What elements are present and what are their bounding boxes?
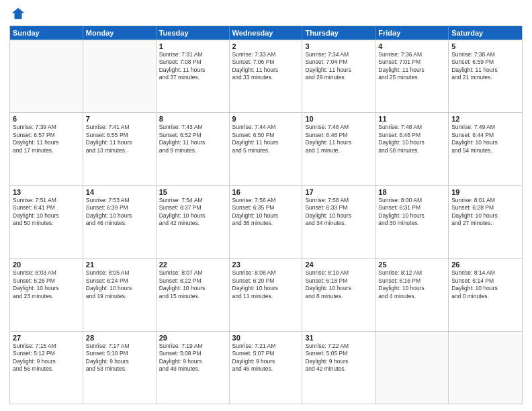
- calendar-row-0: 1Sunrise: 7:31 AMSunset: 7:08 PMDaylight…: [10, 40, 522, 112]
- day-cell-28: 28Sunrise: 7:17 AMSunset: 5:10 PMDayligh…: [83, 332, 157, 404]
- cell-line: Sunset: 6:28 PM: [451, 204, 519, 212]
- day-cell-10: 10Sunrise: 7:46 AMSunset: 6:48 PMDayligh…: [302, 113, 375, 185]
- cell-line: Sunrise: 8:07 AM: [159, 269, 226, 277]
- day-cell-18: 18Sunrise: 8:00 AMSunset: 6:31 PMDayligh…: [375, 186, 449, 258]
- cell-line: Sunrise: 7:44 AM: [232, 124, 300, 131]
- day-number: 15: [159, 188, 226, 196]
- day-cell-27: 27Sunrise: 7:15 AMSunset: 5:12 PMDayligh…: [10, 332, 83, 404]
- cell-line: Sunrise: 7:41 AM: [86, 124, 153, 131]
- cell-line: Daylight: 10 hours: [13, 285, 80, 292]
- cell-line: Sunset: 6:33 PM: [305, 204, 372, 212]
- day-number: 16: [232, 188, 300, 196]
- cell-line: Sunrise: 7:21 AM: [232, 342, 300, 350]
- cell-line: Daylight: 11 hours: [159, 139, 226, 146]
- day-number: 1: [159, 42, 226, 50]
- cell-line: and 33 minutes.: [232, 74, 300, 81]
- cell-line: Sunset: 6:26 PM: [13, 277, 80, 285]
- day-cell-8: 8Sunrise: 7:43 AMSunset: 6:52 PMDaylight…: [157, 113, 230, 185]
- cell-line: and 42 minutes.: [305, 365, 372, 373]
- cell-line: and 19 minutes.: [86, 293, 153, 300]
- day-number: 13: [13, 188, 80, 196]
- day-cell-30: 30Sunrise: 7:21 AMSunset: 5:07 PMDayligh…: [230, 332, 303, 404]
- day-cell-6: 6Sunrise: 7:39 AMSunset: 6:57 PMDaylight…: [10, 113, 83, 185]
- cell-line: Sunrise: 8:00 AM: [378, 197, 445, 204]
- cell-line: Sunrise: 7:19 AM: [159, 342, 226, 350]
- cell-line: Sunrise: 7:17 AM: [86, 342, 153, 350]
- cell-line: Daylight: 10 hours: [451, 139, 519, 146]
- cell-line: Daylight: 11 hours: [305, 139, 372, 146]
- cell-line: Sunset: 5:07 PM: [232, 350, 300, 357]
- day-number: 23: [232, 261, 300, 269]
- day-number: 29: [159, 334, 226, 342]
- cell-line: Sunset: 6:44 PM: [451, 132, 519, 139]
- weekday-header-monday: Monday: [83, 26, 157, 40]
- day-cell-25: 25Sunrise: 8:12 AMSunset: 6:16 PMDayligh…: [375, 259, 449, 330]
- cell-line: Daylight: 10 hours: [305, 212, 372, 220]
- cell-line: Sunset: 6:14 PM: [451, 277, 519, 285]
- cell-line: and 9 minutes.: [159, 147, 226, 154]
- day-number: 12: [451, 115, 519, 123]
- cell-line: Sunset: 6:16 PM: [378, 277, 445, 285]
- day-number: 17: [305, 188, 372, 196]
- cell-line: Daylight: 11 hours: [305, 66, 372, 74]
- cell-line: Daylight: 10 hours: [86, 285, 153, 292]
- day-cell-4: 4Sunrise: 7:36 AMSunset: 7:01 PMDaylight…: [375, 40, 449, 112]
- calendar-row-1: 6Sunrise: 7:39 AMSunset: 6:57 PMDaylight…: [10, 112, 522, 185]
- day-number: 24: [305, 261, 372, 269]
- day-cell-14: 14Sunrise: 7:53 AMSunset: 6:39 PMDayligh…: [83, 186, 157, 258]
- cell-line: Daylight: 10 hours: [451, 285, 519, 292]
- logo-icon: [11, 7, 26, 21]
- cell-line: Daylight: 9 hours: [159, 358, 226, 365]
- calendar-header: SundayMondayTuesdayWednesdayThursdayFrid…: [10, 26, 522, 40]
- cell-line: Sunset: 6:57 PM: [13, 132, 80, 139]
- calendar-row-3: 20Sunrise: 8:03 AMSunset: 6:26 PMDayligh…: [10, 258, 522, 330]
- cell-line: Sunrise: 7:53 AM: [86, 197, 153, 204]
- cell-line: Daylight: 11 hours: [13, 139, 80, 146]
- cell-line: and 21 minutes.: [451, 74, 519, 81]
- cell-line: Sunset: 6:41 PM: [13, 204, 80, 212]
- day-number: 25: [378, 261, 445, 269]
- cell-line: Daylight: 11 hours: [378, 66, 445, 74]
- day-cell-1: 1Sunrise: 7:31 AMSunset: 7:08 PMDaylight…: [157, 40, 230, 112]
- cell-line: Daylight: 10 hours: [378, 139, 445, 146]
- calendar-row-2: 13Sunrise: 7:51 AMSunset: 6:41 PMDayligh…: [10, 185, 522, 258]
- cell-line: and 49 minutes.: [159, 365, 226, 373]
- day-cell-12: 12Sunrise: 7:49 AMSunset: 6:44 PMDayligh…: [449, 113, 522, 185]
- weekday-header-sunday: Sunday: [10, 26, 83, 40]
- cell-line: and 38 minutes.: [232, 220, 300, 227]
- cell-line: Sunrise: 7:38 AM: [451, 51, 519, 58]
- day-cell-23: 23Sunrise: 8:08 AMSunset: 6:20 PMDayligh…: [230, 259, 303, 330]
- cell-line: Sunrise: 7:36 AM: [378, 51, 445, 58]
- day-cell-20: 20Sunrise: 8:03 AMSunset: 6:26 PMDayligh…: [10, 259, 83, 330]
- cell-line: Sunrise: 8:03 AM: [13, 269, 80, 277]
- cell-line: and 8 minutes.: [305, 293, 372, 300]
- day-number: 21: [86, 261, 153, 269]
- cell-line: Sunrise: 7:31 AM: [159, 51, 226, 58]
- cell-line: Sunrise: 8:10 AM: [305, 269, 372, 277]
- day-cell-26: 26Sunrise: 8:14 AMSunset: 6:14 PMDayligh…: [449, 259, 522, 330]
- calendar: SundayMondayTuesdayWednesdayThursdayFrid…: [9, 26, 523, 404]
- day-cell-2: 2Sunrise: 7:33 AMSunset: 7:06 PMDaylight…: [230, 40, 303, 112]
- cell-line: and 15 minutes.: [159, 293, 226, 300]
- cell-line: Sunrise: 8:14 AM: [451, 269, 519, 277]
- cell-line: Daylight: 11 hours: [159, 66, 226, 74]
- day-cell-11: 11Sunrise: 7:48 AMSunset: 6:46 PMDayligh…: [375, 113, 449, 185]
- cell-line: Sunrise: 7:54 AM: [159, 197, 226, 204]
- cell-line: Sunrise: 7:34 AM: [305, 51, 372, 58]
- cell-line: Sunset: 7:06 PM: [232, 58, 300, 66]
- day-number: 18: [378, 188, 445, 196]
- day-number: 7: [86, 115, 153, 123]
- cell-line: Sunset: 6:18 PM: [305, 277, 372, 285]
- cell-line: Sunset: 6:35 PM: [232, 204, 300, 212]
- cell-line: and 29 minutes.: [305, 74, 372, 81]
- calendar-row-4: 27Sunrise: 7:15 AMSunset: 5:12 PMDayligh…: [10, 331, 522, 404]
- cell-line: Daylight: 10 hours: [159, 212, 226, 220]
- cell-line: and 53 minutes.: [86, 365, 153, 373]
- cell-line: Sunrise: 7:15 AM: [13, 342, 80, 350]
- weekday-header-wednesday: Wednesday: [230, 26, 303, 40]
- cell-line: Daylight: 10 hours: [378, 212, 445, 220]
- day-number: 10: [305, 115, 372, 123]
- cell-line: Sunset: 6:31 PM: [378, 204, 445, 212]
- day-number: 27: [13, 334, 80, 342]
- cell-line: and 0 minutes.: [451, 293, 519, 300]
